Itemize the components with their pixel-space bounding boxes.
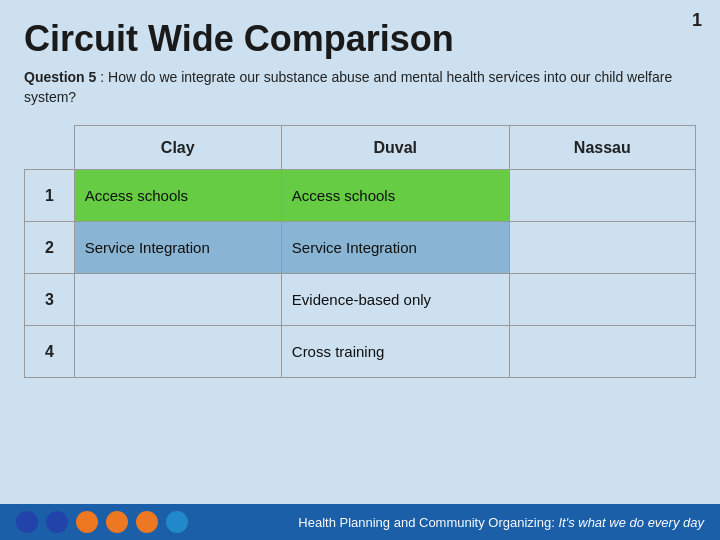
footer-circle: [16, 511, 38, 533]
nassau-cell: [509, 222, 695, 274]
nassau-cell: [509, 326, 695, 378]
duval-cell: Access schools: [281, 170, 509, 222]
page-title: Circuit Wide Comparison: [24, 18, 696, 60]
header-duval: Duval: [281, 126, 509, 170]
table-row: 1Access schoolsAccess schools: [25, 170, 696, 222]
duval-cell: Cross training: [281, 326, 509, 378]
row-number: 3: [25, 274, 75, 326]
header: Circuit Wide Comparison Question 5 : How…: [0, 0, 720, 107]
subtitle-label: Question 5: [24, 69, 96, 85]
duval-cell: Service Integration: [281, 222, 509, 274]
clay-cell: [74, 326, 281, 378]
row-number: 4: [25, 326, 75, 378]
clay-cell: Access schools: [74, 170, 281, 222]
footer-circle: [46, 511, 68, 533]
table-row: 4Cross training: [25, 326, 696, 378]
header-nassau: Nassau: [509, 126, 695, 170]
subtitle-text: : How do we integrate our substance abus…: [24, 69, 672, 105]
table-row: 2Service IntegrationService Integration: [25, 222, 696, 274]
duval-cell: Evidence-based only: [281, 274, 509, 326]
header-num: [25, 126, 75, 170]
page-number: 1: [692, 10, 702, 31]
page-subtitle: Question 5 : How do we integrate our sub…: [24, 68, 696, 107]
clay-cell: [74, 274, 281, 326]
nassau-cell: [509, 170, 695, 222]
footer-text: Health Planning and Community Organizing…: [298, 515, 704, 530]
table-header-row: Clay Duval Nassau: [25, 126, 696, 170]
footer-circle: [106, 511, 128, 533]
footer-italic-text: It's what we do every day: [558, 515, 704, 530]
data-table: Clay Duval Nassau 1Access schoolsAccess …: [24, 125, 696, 378]
row-number: 1: [25, 170, 75, 222]
table-row: 3Evidence-based only: [25, 274, 696, 326]
footer-circles: [16, 511, 188, 533]
comparison-table: Clay Duval Nassau 1Access schoolsAccess …: [0, 125, 720, 378]
footer-static-text: Health Planning and Community Organizing…: [298, 515, 558, 530]
footer-bar: Health Planning and Community Organizing…: [0, 504, 720, 540]
table-body: 1Access schoolsAccess schools2Service In…: [25, 170, 696, 378]
footer-circle: [166, 511, 188, 533]
clay-cell: Service Integration: [74, 222, 281, 274]
footer-circle: [136, 511, 158, 533]
row-number: 2: [25, 222, 75, 274]
footer-circle: [76, 511, 98, 533]
nassau-cell: [509, 274, 695, 326]
header-clay: Clay: [74, 126, 281, 170]
